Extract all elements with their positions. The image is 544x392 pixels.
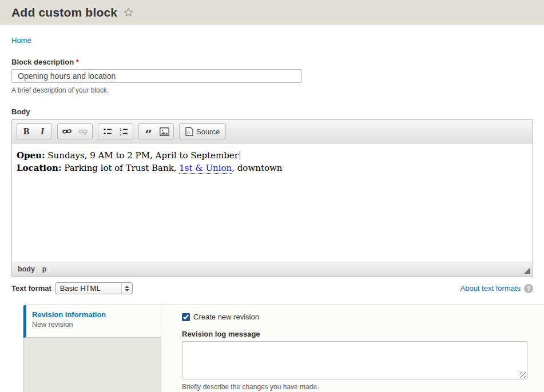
svg-text:◇: ◇ bbox=[187, 130, 190, 134]
revision-fieldset: Revision information New revision Create… bbox=[23, 305, 544, 392]
block-form: Block description * A brief description … bbox=[11, 58, 535, 392]
editor-inline-link[interactable]: 1st & Union bbox=[179, 163, 232, 174]
create-new-revision-row: Create new revision bbox=[182, 313, 527, 321]
help-question-icon[interactable]: ? bbox=[524, 284, 533, 293]
source-icon: ◇ bbox=[185, 127, 193, 136]
tab-revision-title: Revision information bbox=[32, 310, 155, 319]
source-button-label: Source bbox=[196, 127, 220, 136]
numbered-list-button[interactable]: 1 2 bbox=[116, 125, 132, 138]
editor-resize-handle[interactable] bbox=[524, 267, 530, 274]
insert-image-button[interactable] bbox=[156, 125, 172, 138]
text-cursor bbox=[240, 151, 240, 160]
revision-log-label: Revision log message bbox=[182, 330, 527, 338]
body-label: Body bbox=[11, 107, 535, 116]
italic-button[interactable]: I bbox=[34, 125, 50, 138]
breadcrumb: Home bbox=[11, 36, 533, 45]
bulleted-list-button[interactable] bbox=[100, 125, 116, 138]
text-format-row: Text format Basic HTML About text format… bbox=[11, 282, 533, 294]
toolbar-group-basicstyles: B I bbox=[17, 123, 52, 139]
text-format-label: Text format bbox=[11, 284, 51, 293]
blockquote-icon: ” bbox=[145, 126, 152, 137]
editor-paragraph-location: Location: Parking lot of Trust Bank, 1st… bbox=[17, 162, 528, 174]
tab-revision-information[interactable]: Revision information New revision bbox=[23, 305, 161, 338]
link-icon bbox=[62, 127, 72, 136]
editor-paragraph-open: Open: Sundays, 9 AM to 2 PM, April to Se… bbox=[17, 149, 528, 162]
page-title: Add custom block bbox=[11, 6, 117, 19]
unlink-button[interactable] bbox=[75, 125, 91, 138]
unlink-icon bbox=[78, 127, 88, 136]
block-description-input[interactable] bbox=[11, 69, 302, 83]
svg-text:1: 1 bbox=[120, 127, 122, 131]
revision-log-textarea[interactable] bbox=[182, 341, 527, 379]
favorite-star-button[interactable] bbox=[123, 7, 134, 18]
revision-pane: Create new revision Revision log message… bbox=[161, 305, 544, 392]
image-icon bbox=[160, 127, 169, 136]
toolbar-group-lists: 1 2 bbox=[98, 123, 133, 139]
wysiwyg-editor: B I bbox=[11, 119, 533, 277]
text-format-selected-value: Basic HTML bbox=[60, 284, 101, 293]
page-header: Add custom block bbox=[0, 0, 544, 25]
required-asterisk: * bbox=[76, 58, 79, 66]
create-new-revision-label[interactable]: Create new revision bbox=[193, 313, 259, 321]
element-path-body[interactable]: body bbox=[18, 265, 35, 273]
toolbar-group-media: ” bbox=[138, 123, 174, 139]
editor-content-area[interactable]: Open: Sundays, 9 AM to 2 PM, April to Se… bbox=[12, 143, 533, 262]
blockquote-button[interactable]: ” bbox=[140, 125, 156, 138]
bold-button[interactable]: B bbox=[18, 125, 34, 138]
toolbar-group-source: ◇ Source bbox=[179, 123, 226, 139]
text-format-select[interactable]: Basic HTML bbox=[55, 282, 133, 294]
about-text-formats-link[interactable]: About text formats bbox=[460, 284, 521, 293]
star-icon bbox=[123, 7, 134, 18]
editor-status-bar: body p bbox=[12, 262, 533, 276]
block-description-help: A brief description of your block. bbox=[11, 86, 535, 94]
vertical-tabs-menu: Revision information New revision bbox=[23, 305, 161, 392]
element-path-p[interactable]: p bbox=[42, 265, 47, 273]
bulleted-list-icon bbox=[103, 127, 112, 136]
bold-icon: B bbox=[23, 126, 30, 137]
source-button[interactable]: ◇ Source bbox=[181, 125, 224, 138]
block-description-label: Block description * bbox=[11, 58, 535, 66]
revision-log-help: Briefly describe the changes you have ma… bbox=[182, 383, 527, 391]
breadcrumb-home-link[interactable]: Home bbox=[11, 36, 31, 45]
select-stepper-icon bbox=[121, 283, 132, 294]
editor-toolbar: B I bbox=[12, 120, 533, 143]
italic-icon: I bbox=[41, 126, 44, 137]
tab-revision-summary: New revision bbox=[32, 321, 155, 329]
create-new-revision-checkbox[interactable] bbox=[182, 313, 190, 321]
link-button[interactable] bbox=[59, 125, 75, 138]
numbered-list-icon: 1 2 bbox=[119, 127, 128, 136]
svg-text:2: 2 bbox=[120, 132, 122, 136]
toolbar-group-links bbox=[57, 123, 93, 139]
textarea-resize-handle[interactable] bbox=[520, 372, 526, 378]
